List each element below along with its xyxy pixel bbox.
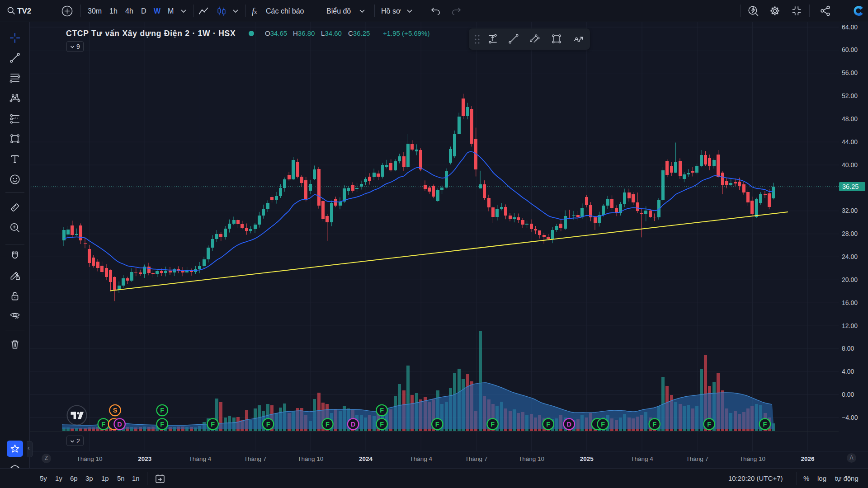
svg-text:36.25: 36.25 [842,183,859,190]
svg-text:Tháng 4: Tháng 4 [189,455,212,462]
svg-text:F: F [763,421,767,428]
svg-text:2026: 2026 [801,455,815,462]
svg-text:D: D [351,421,355,428]
svg-text:F: F [546,421,550,428]
svg-text:F: F [491,421,495,428]
svg-text:F: F [211,421,215,428]
svg-text:Tháng 7: Tháng 7 [686,455,708,462]
svg-text:Tháng 4: Tháng 4 [631,455,653,462]
svg-text:48.00: 48.00 [842,115,858,122]
svg-text:16.00: 16.00 [842,299,858,306]
svg-text:F: F [266,421,270,428]
svg-text:20.00: 20.00 [842,276,858,283]
svg-text:0.00: 0.00 [842,391,854,398]
svg-text:F: F [380,421,384,428]
svg-text:D: D [117,421,122,428]
svg-text:28.00: 28.00 [842,230,858,237]
svg-text:2023: 2023 [138,455,152,462]
svg-text:8.00: 8.00 [842,345,854,352]
svg-text:F: F [707,421,711,428]
svg-text:12.00: 12.00 [842,322,858,329]
svg-text:Tháng 7: Tháng 7 [244,455,267,462]
svg-text:F: F [380,407,384,414]
svg-text:2025: 2025 [580,455,594,462]
svg-text:40.00: 40.00 [842,161,858,169]
svg-text:56.00: 56.00 [842,69,858,76]
svg-text:F: F [101,421,105,428]
svg-text:64.00: 64.00 [842,23,858,31]
svg-text:F: F [160,407,164,414]
svg-text:Tháng 10: Tháng 10 [76,455,102,462]
svg-text:Tháng 10: Tháng 10 [740,455,765,462]
svg-text:4.00: 4.00 [842,368,854,375]
svg-text:−4.00: −4.00 [842,414,858,421]
svg-text:52.00: 52.00 [842,92,858,99]
svg-text:F: F [601,421,605,428]
svg-text:D: D [567,421,571,428]
svg-text:Tháng 4: Tháng 4 [410,455,432,462]
svg-text:2024: 2024 [359,455,373,462]
svg-text:Tháng 10: Tháng 10 [519,455,544,462]
svg-text:F: F [326,421,330,428]
svg-text:60.00: 60.00 [842,46,858,53]
svg-text:24.00: 24.00 [842,253,858,260]
svg-text:Tháng 10: Tháng 10 [297,455,323,462]
svg-text:32.00: 32.00 [842,207,858,214]
svg-text:Tháng 7: Tháng 7 [465,455,488,462]
svg-text:F: F [652,421,656,428]
svg-text:F: F [160,421,164,428]
svg-text:44.00: 44.00 [842,138,858,145]
svg-text:F: F [435,421,439,428]
svg-text:S: S [113,407,118,414]
